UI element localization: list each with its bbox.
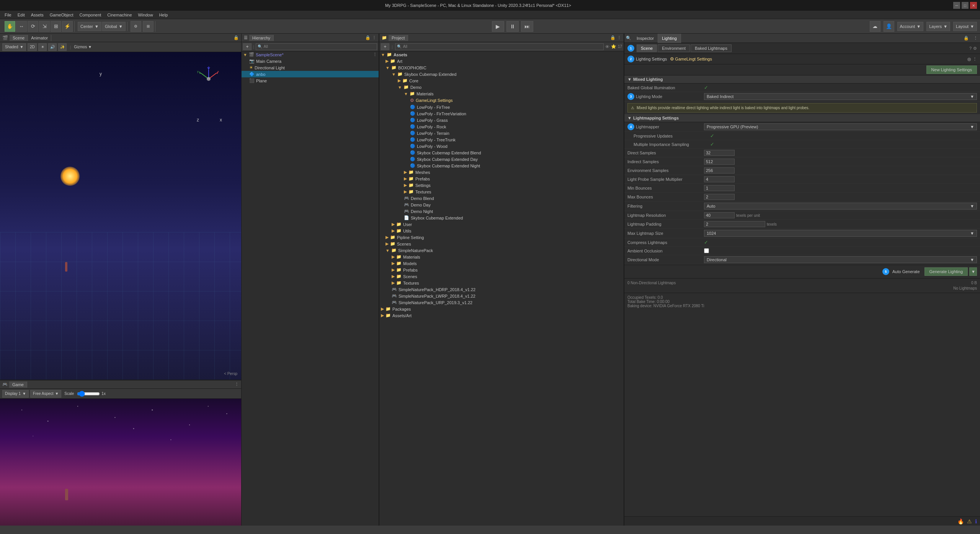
project-tab[interactable]: Project [389,35,408,41]
proj-sn-models[interactable]: ▶ 📁 Models [379,260,624,267]
proj-gamelingt[interactable]: ⚙ GameLingt Settings [379,97,624,104]
close-button[interactable]: ✕ [970,2,977,9]
proj-art[interactable]: ▶ 📁 Art [379,58,624,64]
2d-toggle[interactable]: 2D [28,43,37,51]
filtering-dropdown[interactable]: Auto ▼ [704,203,977,210]
hierarchy-scene-root[interactable]: ▼ 🎬 SampleScene* ⋮ [242,51,379,58]
new-lighting-settings-button[interactable]: New Lighting Settings [926,66,977,74]
menu-gameobject[interactable]: GameObject [47,12,77,18]
lighting-tab[interactable]: Lighting [658,34,681,43]
lit-baked-tab[interactable]: Baked Lightmaps [691,44,732,52]
indirect-samples-input[interactable] [704,159,735,165]
proj-mat-skyboxday[interactable]: 🔵 Skybox Cubemap Extended Day [379,156,624,162]
minimize-button[interactable]: ─ [953,2,960,9]
baked-gi-checkbox[interactable]: ✓ [704,85,708,90]
scene-menu-icon[interactable]: ⋮ [373,52,377,57]
mixed-lighting-section[interactable]: ▼ Mixed Lighting [624,75,980,84]
proj-assets[interactable]: ▼ 📁 Assets [379,51,624,58]
proj-sn-lwrp[interactable]: 🎮 SimpleNaturePack_LWRP_2018.4_v1.22 [379,293,624,299]
info-icon[interactable]: ℹ [975,518,977,524]
shading-dropdown[interactable]: Shaded▼ [2,43,26,51]
proj-mat-treetrunk[interactable]: 🔵 LowPoly - TreeTrunk [379,136,624,143]
proj-skybox-ext[interactable]: ▼ 📁 Skybox Cubemap Extended [379,71,624,77]
proj-user[interactable]: ▶ 📁 User [379,221,624,228]
snap-settings[interactable]: ⚙ [131,21,141,32]
gizmos-btn[interactable]: Gizmos ▼ [74,45,92,49]
proj-textures[interactable]: ▶ 📁 Textures [379,188,624,195]
proj-demonight[interactable]: 🎮 Demo Night [379,208,624,215]
lit-scene-tab[interactable]: Scene [637,44,657,52]
proj-demoblend[interactable]: 🎮 Demo Blend [379,195,624,201]
lightmapper-dropdown[interactable]: Progressive GPU (Preview) ▼ [704,123,977,130]
proj-simplenature[interactable]: ▼ 📁 SimpleNaturePack [379,247,624,254]
proj-mat-wood[interactable]: 🔵 LowPoly - Wood [379,143,624,149]
scene-lock[interactable]: 🔒 [234,35,239,40]
max-bounces-input[interactable] [704,194,735,200]
move-tool[interactable]: ↔ [16,21,27,32]
project-lock[interactable]: 🔒 [610,35,616,40]
proj-boxophobic[interactable]: ▼ 📁 BOXOPHOBIC [379,64,624,71]
rect-tool[interactable]: ⊞ [51,21,61,32]
account-dropdown[interactable]: Account ▼ [897,22,924,31]
collab-btn[interactable]: 👤 [884,21,894,32]
hierarchy-plane[interactable]: ⬛ Plane [242,77,379,84]
animator-tab[interactable]: Animator [28,35,51,41]
error-icon[interactable]: 🔥 [957,518,964,524]
project-add[interactable]: + [381,43,389,50]
project-menu[interactable]: ⋮ [617,35,621,40]
scene-viewport[interactable]: x y z y z x < Persp [0,52,241,380]
settings-icon[interactable]: ⚙ [973,46,977,51]
proj-packages[interactable]: ▶ 📁 Packages [379,306,624,312]
grid-toggle[interactable]: ⊞ [143,21,154,32]
menu-cinemachine[interactable]: Cinemachine [104,12,135,18]
hierarchy-menu[interactable]: ⋮ [372,35,376,40]
aspect-dropdown[interactable]: Free Aspect▼ [30,390,61,398]
max-lightmap-dropdown[interactable]: 1024 ▼ [704,230,977,237]
layers-dropdown[interactable]: Layers ▼ [926,22,950,31]
settings-expand[interactable]: ◎ [967,57,971,62]
proj-skybox-file[interactable]: 📄 Skybox Cubemap Extended [379,215,624,221]
inspector-lock[interactable]: 🔒 [961,36,971,41]
proj-pipeline[interactable]: ▶ 📁 Pipline Setting [379,234,624,241]
generate-lighting-button[interactable]: Generate Lighting [924,267,968,276]
proj-sn-scenes[interactable]: ▶ 📁 Scenes [379,273,624,280]
proj-mat-skyboxnight[interactable]: 🔵 Skybox Cubemap Extended Night [379,162,624,169]
proj-prefabs[interactable]: ▶ 📁 Prefabs [379,175,624,182]
menu-window[interactable]: Window [135,12,156,18]
display-dropdown[interactable]: Display 1▼ [2,390,29,398]
inspector-menu[interactable]: ⋮ [971,36,980,41]
generate-dropdown-arrow[interactable]: ▼ [969,267,977,276]
proj-mat-grass[interactable]: 🔵 LowPoly - Grass [379,117,624,123]
hierarchy-main-camera[interactable]: 📷 Main Camera [242,58,379,64]
lightmap-resolution-input[interactable] [704,212,735,218]
hierarchy-anbo[interactable]: 🔷 anbo [242,71,379,77]
hierarchy-lock[interactable]: 🔒 [365,35,371,40]
proj-sn-materials[interactable]: ▶ 📁 Materials [379,254,624,260]
proj-settings[interactable]: ▶ 📁 Settings [379,182,624,188]
layout-dropdown[interactable]: Layout ▼ [953,22,977,31]
game-tab[interactable]: Game [9,382,27,388]
directional-mode-dropdown[interactable]: Directional ▼ [704,256,977,263]
inspector-tab[interactable]: Inspector [633,34,658,43]
settings-dots[interactable]: ⋮ [973,57,977,62]
proj-demoday[interactable]: 🎮 Demo Day [379,201,624,208]
lit-environment-tab[interactable]: Environment [658,44,690,52]
center-toggle[interactable]: Center ▼ [78,22,101,31]
project-star-icon[interactable]: ⭐ [611,44,616,49]
lightmap-padding-input[interactable] [704,221,765,227]
compress-lightmaps-checkbox[interactable]: ✓ [704,239,708,245]
game-viewport[interactable] [0,399,241,526]
play-button[interactable]: ▶ [492,21,504,32]
light-probe-input[interactable] [704,176,735,182]
environment-samples-input[interactable] [704,167,735,174]
ambient-occlusion-checkbox[interactable] [704,248,709,253]
scale-tool[interactable]: ⇲ [39,21,50,32]
menu-component[interactable]: Component [76,12,104,18]
proj-mat-rock[interactable]: 🔵 LowPoly - Rock [379,123,624,130]
direct-samples-input[interactable] [704,150,735,156]
step-button[interactable]: ⏭ [521,21,533,32]
min-bounces-input[interactable] [704,185,735,191]
progressive-updates-checkbox[interactable]: ✓ [710,133,714,139]
proj-sn-textures[interactable]: ▶ 📁 Textures [379,280,624,286]
help-icon[interactable]: ? [969,46,972,51]
